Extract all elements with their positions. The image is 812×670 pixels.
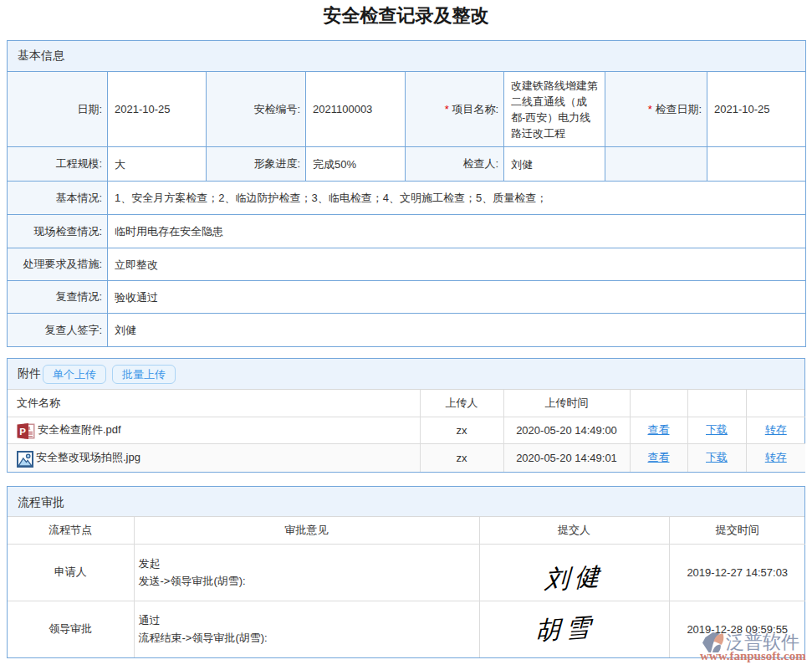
svg-text:P: P [19, 427, 26, 437]
